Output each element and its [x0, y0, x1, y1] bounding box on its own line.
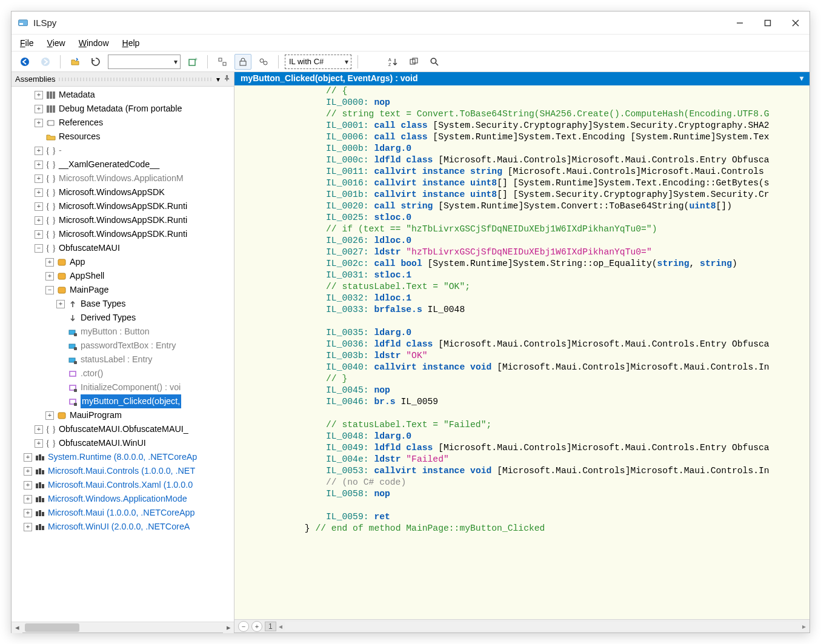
tree-node[interactable]: +{ }ObfuscateMAUI.WinUI — [13, 436, 234, 450]
scroll-left-button[interactable]: ◂ — [279, 622, 282, 631]
tree-hscroll[interactable]: ◂ ▸ — [12, 622, 234, 632]
tree-toggle[interactable]: + — [35, 216, 43, 225]
tree-node[interactable]: +Microsoft.Maui.Controls (1.0.0.0, .NET — [13, 464, 234, 478]
tree-toggle[interactable]: + — [35, 202, 43, 211]
tree-node[interactable]: +{ }Microsoft.Windows.ApplicationM — [13, 171, 234, 185]
tree-toggle[interactable]: + — [35, 188, 43, 197]
code-tab[interactable]: myButton_Clicked(object, EventArgs) : vo… — [234, 72, 809, 85]
tree-node[interactable]: +Base Types — [13, 297, 234, 311]
tree-node[interactable]: −MainPage — [13, 283, 234, 297]
zoom-in-button[interactable]: + — [251, 621, 262, 632]
tree-node[interactable]: +{ }__XamlGeneratedCode__ — [13, 158, 234, 171]
tree-toggle[interactable]: + — [35, 147, 43, 155]
svg-rect-49 — [36, 483, 38, 488]
tree-node[interactable]: Resources — [13, 130, 234, 144]
windows-button[interactable] — [405, 54, 422, 70]
tree-toggle[interactable]: + — [35, 161, 43, 169]
tree-toggle[interactable]: + — [35, 91, 43, 99]
code-line: IL_0001: call class [System.Security.Cry… — [241, 120, 803, 131]
tree-toggle[interactable]: + — [35, 119, 43, 127]
tree-node[interactable]: +Microsoft.Maui (1.0.0.0, .NETCoreApp — [13, 506, 234, 520]
collapse-button[interactable] — [214, 54, 231, 70]
sort-button[interactable]: AZ — [385, 54, 402, 70]
grip[interactable] — [59, 78, 213, 81]
tree-toggle[interactable]: + — [35, 439, 43, 448]
tree-node[interactable]: +Microsoft.Maui.Controls.Xaml (1.0.0.0 — [13, 478, 234, 492]
tree-node[interactable]: +MauiProgram — [13, 408, 234, 422]
menu-help[interactable]: Help — [120, 37, 142, 49]
tree-node[interactable]: −{ }ObfuscateMAUI — [13, 241, 234, 255]
tree-toggle[interactable]: − — [35, 244, 43, 253]
theme-button[interactable] — [364, 54, 381, 70]
internal-toggle-button[interactable] — [255, 54, 272, 70]
scroll-right-button[interactable]: ▸ — [223, 622, 234, 633]
tree-toggle[interactable]: + — [35, 230, 43, 239]
tree-toggle[interactable]: + — [35, 425, 43, 434]
tree-scroll[interactable]: +Metadata+Debug Metadata (From portable+… — [12, 87, 234, 622]
tree-toggle[interactable]: + — [24, 495, 32, 503]
menu-window[interactable]: Window — [76, 37, 111, 49]
menu-file[interactable]: File — [18, 37, 36, 49]
language-combo[interactable]: IL with C#▾ — [285, 55, 351, 69]
tree-node[interactable]: .ctor() — [13, 367, 234, 380]
menu-view[interactable]: View — [45, 37, 68, 49]
tree-node[interactable]: statusLabel : Entry — [13, 353, 234, 367]
tree-node[interactable]: Derived Types — [13, 311, 234, 325]
scroll-track[interactable] — [22, 622, 223, 633]
tree-node[interactable]: +AppShell — [13, 269, 234, 283]
open-button[interactable] — [67, 54, 84, 70]
tree-node[interactable]: +{ }Microsoft.WindowsAppSDK.Runti — [13, 227, 234, 241]
code-hscroll-track[interactable] — [285, 622, 800, 631]
tree-node[interactable]: +Debug Metadata (From portable — [13, 102, 234, 116]
add-fav-button[interactable]: + — [184, 54, 201, 70]
tree-node[interactable]: InitializeComponent() : voi — [13, 380, 234, 394]
tree-node[interactable]: +Metadata — [13, 88, 234, 102]
tree-node[interactable]: +System.Runtime (8.0.0.0, .NETCoreAp — [13, 450, 234, 464]
tree-toggle[interactable]: − — [45, 286, 54, 294]
tree-node[interactable]: passwordTextBox : Entry — [13, 339, 234, 353]
tree-node[interactable]: +{ }Microsoft.WindowsAppSDK — [13, 185, 234, 199]
tree-toggle[interactable]: + — [24, 467, 32, 476]
tree-node[interactable]: +{ }Microsoft.WindowsAppSDK.Runti — [13, 213, 234, 227]
tree-toggle[interactable]: + — [45, 411, 54, 420]
tree-node[interactable]: +App — [13, 255, 234, 269]
tree-node[interactable]: +{ }- — [13, 144, 234, 158]
scroll-left-button[interactable]: ◂ — [12, 622, 22, 633]
tree-node[interactable]: +References — [13, 116, 234, 130]
chevron-down-icon[interactable]: ▾ — [800, 74, 803, 82]
asm-icon — [35, 453, 45, 462]
tree-toggle[interactable]: + — [24, 481, 32, 490]
panel-menu-icon[interactable]: ▾ — [216, 75, 220, 84]
tree-node[interactable]: myButton_Clicked(object, — [13, 394, 234, 408]
tree-toggle[interactable]: + — [24, 453, 32, 462]
maximize-button[interactable] — [754, 12, 782, 34]
search-button[interactable] — [426, 54, 443, 70]
tree-node[interactable]: +{ }ObfuscateMAUI.ObfuscateMAUI_ — [13, 422, 234, 436]
tree-toggle[interactable]: + — [24, 509, 32, 517]
tree-toggle[interactable]: + — [24, 523, 32, 531]
minimize-button[interactable] — [726, 12, 754, 34]
code-view[interactable]: // { IL_0000: nop // string text = Conve… — [234, 85, 809, 619]
tree-node[interactable]: +{ }Microsoft.WindowsAppSDK.Runti — [13, 199, 234, 213]
scroll-right-button[interactable]: ▸ — [802, 622, 806, 631]
forward-button[interactable] — [37, 54, 54, 70]
scroll-thumb[interactable] — [25, 623, 79, 632]
pin-icon[interactable] — [224, 75, 230, 84]
assembly-combo[interactable]: ▾ — [108, 55, 181, 69]
close-button[interactable] — [782, 12, 809, 34]
tree-toggle[interactable]: + — [56, 300, 65, 308]
tree-toggle[interactable]: + — [45, 258, 54, 267]
tree-toggle[interactable]: + — [35, 174, 43, 183]
tree-node[interactable]: +Microsoft.Windows.ApplicationMode — [13, 492, 234, 506]
tree-node[interactable]: +Microsoft.WinUI (2.0.0.0, .NETCoreA — [13, 520, 234, 534]
zoom-out-button[interactable]: − — [238, 621, 249, 632]
back-button[interactable] — [16, 54, 33, 70]
tree-toggle[interactable]: + — [45, 272, 54, 281]
tree-toggle[interactable]: + — [35, 105, 43, 113]
meta-icon — [45, 91, 56, 99]
tree-node[interactable]: myButton : Button — [13, 325, 234, 339]
private-toggle-button[interactable] — [234, 54, 251, 70]
code-line: IL_0016: callvirt instance uint8[] [Syst… — [241, 178, 803, 189]
refresh-button[interactable] — [87, 54, 104, 70]
menu-bar: File View Window Help — [12, 35, 809, 51]
